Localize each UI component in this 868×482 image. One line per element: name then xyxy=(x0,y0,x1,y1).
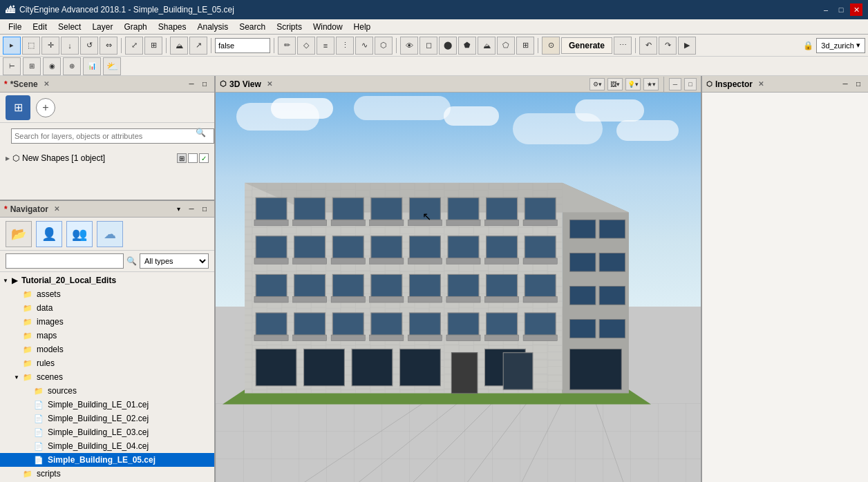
move-down-button[interactable]: ↓ xyxy=(61,37,79,55)
scene-add-btn[interactable]: + xyxy=(36,98,55,117)
nav-group-btn[interactable]: 👥 xyxy=(66,221,93,247)
menu-graph[interactable]: Graph xyxy=(118,21,152,33)
navigator-close-icon[interactable]: ✕ xyxy=(54,205,59,213)
inspector-minimize-btn[interactable]: ─ xyxy=(840,79,851,90)
terrain-button[interactable]: ⛰ xyxy=(170,37,188,55)
mirror-button[interactable]: ⇔ xyxy=(100,37,117,55)
nav-tree-item[interactable]: 📁sources xyxy=(0,384,214,398)
nav-tree-item[interactable]: 📁assets xyxy=(0,287,214,301)
compass-button[interactable]: ◉ xyxy=(43,57,61,75)
grid-checkbox-icon[interactable]: ⊞ xyxy=(177,153,187,163)
menu-help[interactable]: Help xyxy=(348,21,377,33)
snap-button[interactable]: ⊞ xyxy=(144,37,162,55)
box-button[interactable]: ◻ xyxy=(419,37,437,55)
scene-close-icon[interactable]: ✕ xyxy=(44,80,49,88)
nav-folder-btn[interactable]: 📂 xyxy=(6,221,32,247)
play-button[interactable]: ▶ xyxy=(678,37,696,55)
redo-flow-button[interactable]: ↷ xyxy=(659,37,677,55)
polygon-button[interactable]: ⬠ xyxy=(497,37,515,55)
nav-tree-item[interactable]: 📄Simple_Building_LE_01.cej xyxy=(0,398,214,412)
cylinder-button[interactable]: ⬟ xyxy=(458,37,476,55)
nav-tree-item[interactable]: ▼▶Tutorial_20_Local_Edits xyxy=(0,273,214,287)
box-checkbox-icon[interactable] xyxy=(188,153,198,163)
box-select-button[interactable]: ⬚ xyxy=(22,37,40,55)
nav-tree-item[interactable]: 📁maps xyxy=(0,329,214,343)
visible-checkbox-icon[interactable]: ✓ xyxy=(199,153,209,163)
nav-cloud-btn[interactable]: ☁ xyxy=(97,221,123,247)
nav-tree-item[interactable]: ▼📁scenes xyxy=(0,370,214,384)
menu-window[interactable]: Window xyxy=(308,21,348,33)
street-button[interactable]: ⊞ xyxy=(516,37,534,55)
menu-search[interactable]: Search xyxy=(234,21,271,33)
undo-flow-button[interactable]: ↶ xyxy=(639,37,657,55)
curve-button[interactable]: ∿ xyxy=(355,37,373,55)
tree-item-newshapes[interactable]: ▶ ⬡ New Shapes [1 object] ⊞ ✓ xyxy=(0,151,214,166)
select-tool-button[interactable]: ▸ xyxy=(3,37,21,55)
navigator-search-icon[interactable]: 🔍 xyxy=(126,256,137,266)
ruler-button[interactable]: ⊢ xyxy=(3,57,21,75)
nav-tree-item[interactable]: 📁rules xyxy=(0,356,214,370)
menu-file[interactable]: File xyxy=(3,21,27,33)
generate-icon-button[interactable]: ⊙ xyxy=(542,37,560,55)
false-input[interactable] xyxy=(215,38,270,53)
view-render-btn[interactable]: 🖼▾ xyxy=(607,78,623,90)
scene-search-input[interactable] xyxy=(11,128,214,144)
sphere-button[interactable]: ⬤ xyxy=(439,37,457,55)
nav-tree-item[interactable]: 📁images xyxy=(0,315,214,329)
nav-tree-item[interactable]: 📁scripts xyxy=(0,467,214,481)
maximize-button[interactable]: □ xyxy=(835,3,847,16)
scene-maximize-btn[interactable]: □ xyxy=(199,79,210,90)
rotate-button[interactable]: ↺ xyxy=(80,37,98,55)
nav-tree-item[interactable]: 📄Simple_Building_LE_05.cej xyxy=(0,453,214,467)
chart-button[interactable]: 📊 xyxy=(83,57,101,75)
pencil-button[interactable]: ✏ xyxy=(278,37,296,55)
titlebar-controls[interactable]: – □ ✕ xyxy=(820,3,862,16)
nav-minimize-btn[interactable]: ─ xyxy=(186,204,197,215)
minimize-button[interactable]: – xyxy=(820,3,832,16)
svg-rect-33 xyxy=(332,236,364,258)
nav-person-btn[interactable]: 👤 xyxy=(36,221,62,247)
view-light-btn[interactable]: 💡▾ xyxy=(625,78,641,90)
inspector-close-icon[interactable]: ✕ xyxy=(758,80,764,88)
nav-tree-item[interactable]: 📄Simple_Building_LE_03.cej xyxy=(0,425,214,439)
menu-select[interactable]: Select xyxy=(53,21,86,33)
menu-shapes[interactable]: Shapes xyxy=(153,21,192,33)
close-button[interactable]: ✕ xyxy=(850,3,862,16)
view-maximize-btn[interactable]: □ xyxy=(684,78,697,90)
nav-collapse-btn[interactable]: ▾ xyxy=(173,204,184,215)
scene-layers-btn[interactable]: ⊞ xyxy=(6,95,30,120)
view-star-btn[interactable]: ★▾ xyxy=(643,78,659,90)
menu-scripts[interactable]: Scripts xyxy=(271,21,308,33)
menu-analysis[interactable]: Analysis xyxy=(191,21,234,33)
profile-button[interactable]: 3d_zurich ▾ xyxy=(816,38,865,53)
view-button[interactable]: 👁 xyxy=(400,37,418,55)
generate-extra-button[interactable]: ⋯ xyxy=(614,37,632,55)
align-button[interactable]: ≡ xyxy=(317,37,334,55)
view3d-canvas[interactable]: ↖ xyxy=(216,93,701,482)
scene-minimize-btn[interactable]: ─ xyxy=(186,79,197,90)
nav-maximize-btn[interactable]: □ xyxy=(199,204,210,215)
nav-tree-item[interactable]: 📁data xyxy=(0,301,214,315)
navigator-filter-select[interactable]: All types xyxy=(140,253,209,269)
nav-tree-item[interactable]: 📁models xyxy=(0,343,214,356)
weather-button[interactable]: ⛅ xyxy=(103,57,121,75)
view-settings-btn[interactable]: ⚙▾ xyxy=(589,78,605,90)
view3d-close-icon[interactable]: ✕ xyxy=(267,80,272,88)
grid-button[interactable]: ⊞ xyxy=(23,57,41,75)
translate-button[interactable]: ⤢ xyxy=(125,37,143,55)
crosshair-button[interactable]: ⊕ xyxy=(63,57,81,75)
node-button[interactable]: ⬡ xyxy=(375,37,393,55)
move-button[interactable]: ✛ xyxy=(41,37,59,55)
inspector-maximize-btn[interactable]: □ xyxy=(853,79,864,90)
navigator-search-input[interactable] xyxy=(6,253,124,269)
nav-tree-item[interactable]: 📄Simple_Building_LE_04.cej xyxy=(0,439,214,453)
generate-button[interactable]: Generate xyxy=(561,37,612,54)
distribute-button[interactable]: ⋮ xyxy=(336,37,354,55)
menu-layer[interactable]: Layer xyxy=(86,21,118,33)
view-minimize-btn[interactable]: ─ xyxy=(669,78,681,90)
shape-button[interactable]: ◇ xyxy=(297,37,315,55)
nav-tree-item[interactable]: 📄Simple_Building_LE_02.cej xyxy=(0,412,214,425)
road-button[interactable]: ↗ xyxy=(189,37,207,55)
terrain-gen-button[interactable]: ⛰ xyxy=(478,37,496,55)
menu-edit[interactable]: Edit xyxy=(27,21,53,33)
